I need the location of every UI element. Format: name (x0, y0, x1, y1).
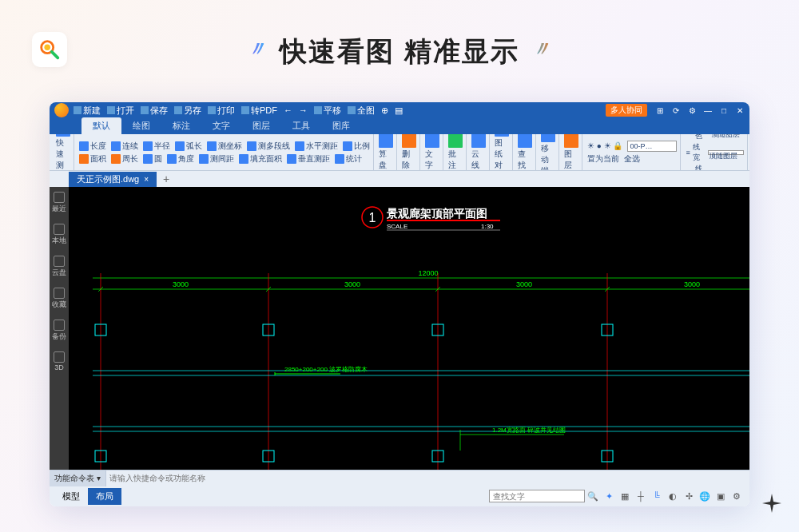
rb-coord[interactable]: 测坐标 (207, 141, 242, 152)
win-settings-icon[interactable]: ⊞ (655, 105, 665, 115)
svg-rect-3 (107, 106, 115, 114)
svg-text:景观廊架顶部平面图: 景观廊架顶部平面图 (386, 207, 487, 220)
qa-pdf[interactable]: 转PDF (241, 105, 277, 117)
svg-rect-2 (74, 106, 81, 114)
tab-default[interactable]: 默认 (81, 117, 121, 134)
tab-text[interactable]: 文字 (201, 117, 241, 134)
user-avatar[interactable] (54, 103, 69, 117)
sparkle-icon (762, 494, 781, 513)
rail-recent[interactable]: 最近 (52, 192, 66, 214)
qa-open[interactable]: 打开 (107, 105, 134, 117)
drawing-canvas[interactable]: 1 景观廊架顶部平面图 SCALE 1:30 12000 3000 3000 3… (69, 187, 749, 470)
rb-layerstate[interactable]: ☀ ● ☀ 🔒 (587, 141, 622, 152)
command-input[interactable] (106, 474, 749, 482)
main-area: 最近 本地 云盘 收藏 备份 3D 1 景观廊架顶部平面图 SCALE 1:30… (50, 187, 749, 470)
file-tab-close-icon[interactable]: × (144, 175, 149, 184)
rail-backup[interactable]: 备份 (52, 320, 66, 342)
rb-continuous[interactable]: 连续 (111, 141, 138, 152)
rb-fillarea[interactable]: 填充面积 (239, 153, 282, 165)
rb-note[interactable]: 批注 (445, 134, 467, 170)
rb-setcurrent[interactable]: 置为当前 (587, 153, 619, 165)
qa-pan[interactable]: 平移 (314, 105, 341, 117)
tab-draw[interactable]: 绘图 (121, 117, 161, 134)
rb-area[interactable]: 面积 (79, 153, 106, 165)
headline: 〃快速看图 精准显示〃 (0, 0, 799, 70)
search-icon[interactable]: 🔍 (587, 490, 598, 502)
rb-length[interactable]: 长度 (79, 141, 106, 152)
app-logo (32, 32, 67, 67)
share-icon[interactable]: ▣ (715, 490, 726, 502)
add-tab-button[interactable]: + (157, 171, 176, 187)
rb-vdist[interactable]: 垂直测距 (287, 153, 330, 165)
rb-width-sel[interactable]: 顶随图层 (708, 150, 744, 155)
tab-library[interactable]: 图库 (321, 117, 361, 134)
rb-layer[interactable]: 图层 (561, 134, 582, 170)
qa-saveas[interactable]: 另存 (174, 105, 201, 117)
rb-gap[interactable]: 测间距 (199, 153, 234, 165)
svg-text:2850+200+200 波罗格防腐木: 2850+200+200 波罗格防腐木 (284, 366, 368, 373)
snap-icon[interactable]: ✦ (603, 490, 614, 502)
rb-delete[interactable]: 删除 (399, 134, 420, 170)
ribbon-quickmeasure[interactable]: 快速测量 (53, 134, 74, 170)
polar-icon[interactable]: ◐ (667, 490, 678, 502)
qa-new[interactable]: 新建 (74, 105, 101, 117)
svg-rect-8 (314, 106, 322, 114)
tab-layer[interactable]: 图层 (241, 117, 281, 134)
ribbon: 快速测量 长度 连续 半径 弧长 测坐标 测多段线 水平测距 比例 面积 周长 … (50, 134, 749, 171)
qa-print[interactable]: 打印 (208, 105, 235, 117)
title-bar: 新建 打开 保存 另存 打印 转PDF ← → 平移 全图 ⊕ ▤ 多人协同 ⊞… (50, 102, 749, 118)
svg-text:3000: 3000 (173, 280, 189, 288)
status-tab-layout[interactable]: 布局 (88, 488, 121, 505)
qa-layers[interactable]: ▤ (395, 105, 403, 116)
rb-hdist[interactable]: 水平测距 (295, 141, 338, 152)
file-tab-active[interactable]: 天正示例图.dwg × (69, 172, 157, 187)
svg-rect-5 (174, 106, 182, 114)
rb-layer-dropdown[interactable]: 00-P… (627, 141, 677, 152)
rail-local[interactable]: 本地 (52, 224, 66, 246)
rb-calc[interactable]: 算盘 (376, 134, 397, 170)
rb-arclen[interactable]: 弧长 (175, 141, 202, 152)
qa-zoomall[interactable]: 全图 (348, 105, 375, 117)
rb-compare[interactable]: 图纸对比 (491, 134, 513, 170)
win-gear-icon[interactable]: ⚙ (687, 105, 697, 115)
rb-circle[interactable]: 圆 (143, 153, 162, 165)
globe-icon[interactable]: 🌐 (699, 490, 710, 502)
rb-mobile[interactable]: 移动端 (538, 134, 559, 170)
tab-annotate[interactable]: 标注 (161, 117, 201, 134)
rb-polyline[interactable]: 测多段线 (247, 141, 290, 152)
svg-text:3000: 3000 (684, 280, 700, 288)
osnap-icon[interactable]: ✢ (683, 490, 694, 502)
qa-zoom[interactable]: ⊕ (381, 105, 388, 116)
rb-selectall[interactable]: 全选 (624, 153, 640, 165)
close-icon[interactable]: ✕ (735, 105, 745, 115)
dots-icon[interactable]: ┼ (635, 490, 646, 502)
rail-3d[interactable]: 3D (54, 351, 65, 371)
rb-text[interactable]: 文字 (422, 134, 443, 170)
tab-tools[interactable]: 工具 (281, 117, 321, 134)
menu-tabs: 默认 绘图 标注 文字 图层 工具 图库 (50, 118, 749, 134)
minimize-icon[interactable]: — (703, 105, 713, 115)
rb-radius[interactable]: 半径 (143, 141, 170, 152)
rail-cloud[interactable]: 云盘 (52, 256, 66, 278)
grid-icon[interactable]: ▦ (619, 490, 630, 502)
svg-text:1: 1 (369, 211, 376, 224)
rb-cloud[interactable]: 云线 (468, 134, 490, 170)
rb-angle[interactable]: 角度 (167, 153, 194, 165)
qa-save[interactable]: 保存 (141, 105, 168, 117)
svg-text:3000: 3000 (344, 280, 360, 288)
rb-scale[interactable]: 比例 (343, 141, 370, 152)
qa-undo[interactable]: ← (284, 105, 292, 115)
rail-favorite[interactable]: 收藏 (52, 288, 66, 310)
win-help-icon[interactable]: ⟳ (671, 105, 681, 115)
ortho-icon[interactable]: ╚ (651, 490, 662, 502)
qa-redo[interactable]: → (299, 105, 308, 115)
svg-text:12000: 12000 (418, 269, 438, 277)
rb-find[interactable]: 查找 (515, 134, 536, 170)
collab-button[interactable]: 多人协同 (606, 104, 647, 117)
settings-icon[interactable]: ⚙ (731, 490, 742, 502)
status-search-input[interactable] (489, 490, 585, 502)
rb-stats[interactable]: 统计 (335, 153, 362, 165)
status-tab-model[interactable]: 模型 (54, 488, 88, 505)
maximize-icon[interactable]: □ (719, 105, 729, 115)
rb-perimeter[interactable]: 周长 (111, 153, 138, 165)
